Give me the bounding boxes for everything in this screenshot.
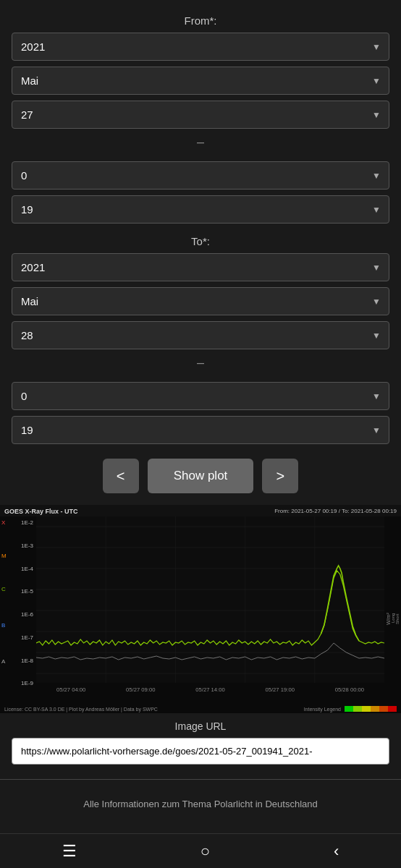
image-url-box[interactable]: https://www.polarlicht-vorhersage.de/goe… — [12, 738, 389, 765]
to-minute-select[interactable]: 0123456789101112131415161718192021222324… — [12, 416, 389, 444]
to-hour-select[interactable]: 01234567891011121314151617181920212223 — [12, 382, 389, 410]
flare-class-labels: X M C B A — [0, 516, 10, 705]
from-separator: – — [12, 135, 389, 150]
y-label-1e-5: 1E-5 — [13, 588, 33, 595]
flare-c-label: C — [1, 586, 9, 592]
chart-footer: License: CC BY-SA 3.0 DE | Plot by Andre… — [0, 705, 401, 713]
from-minute-select[interactable]: 0123456789101112131415161718192021222324… — [12, 195, 389, 224]
from-hour-select[interactable]: 01234567891011121314151617181920212223 — [12, 161, 389, 190]
svg-text:05/28 00:00: 05/28 00:00 — [335, 686, 364, 693]
action-buttons: < Show plot > — [12, 459, 389, 493]
flare-x-label: X — [1, 519, 9, 526]
y-label-1e-3: 1E-3 — [13, 542, 33, 550]
from-minute-wrapper: 0123456789101112131415161718192021222324… — [12, 195, 389, 224]
from-month-select[interactable]: JanFebMärAprMaiJunJulAugSepOktNovDez — [12, 67, 389, 95]
svg-text:05/27 19:00: 05/27 19:00 — [265, 686, 294, 693]
to-minute-wrapper: 0123456789101112131415161718192021222324… — [12, 416, 389, 444]
prev-button[interactable]: < — [103, 459, 139, 493]
to-year-select[interactable]: 20192020202120222023 — [12, 253, 389, 281]
from-year-wrapper: 20192020202120222023 ▼ — [12, 33, 389, 61]
nav-menu-icon[interactable]: ☰ — [48, 836, 91, 867]
show-plot-button[interactable]: Show plot — [148, 459, 254, 493]
nav-home-icon[interactable]: ○ — [186, 836, 224, 867]
to-label: To*: — [12, 235, 389, 247]
flare-b-label: B — [1, 622, 9, 629]
chart-container: GOES X-Ray Flux - UTC From: 2021-05-27 0… — [0, 505, 401, 713]
from-label: From*: — [12, 14, 389, 27]
from-hour-wrapper: 01234567891011121314151617181920212223 ▼ — [12, 161, 389, 190]
y-label-1e-4: 1E-4 — [13, 566, 33, 573]
from-day-select[interactable]: 1234567891011121314151617181920212223242… — [12, 101, 389, 129]
chart-plot-area: X M C B A 1E-2 1E-3 1E-4 1E-5 1E-6 1E-7 … — [0, 516, 401, 705]
right-axis-label: W/m² Long Short — [384, 516, 401, 705]
bottom-nav-bar: ☰ ○ ‹ — [0, 833, 401, 868]
chart-title: GOES X-Ray Flux - UTC — [4, 508, 78, 515]
right-axis-text: W/m² — [386, 613, 391, 626]
y-label-1e-2: 1E-2 — [13, 519, 33, 527]
svg-text:05/27 09:00: 05/27 09:00 — [126, 686, 155, 693]
intensity-legend: Intensity Legend — [304, 706, 397, 712]
to-year-wrapper: 20192020202120222023 ▼ — [12, 253, 389, 281]
footer-description: Alle Informationen zum Thema Polarlicht … — [83, 799, 317, 809]
to-hour-wrapper: 01234567891011121314151617181920212223 ▼ — [12, 382, 389, 410]
footer-divider — [0, 779, 401, 780]
y-label-1e-6: 1E-6 — [13, 611, 33, 618]
svg-text:05/27 14:00: 05/27 14:00 — [195, 686, 224, 693]
to-month-wrapper: JanFebMärAprMaiJunJulAugSepOktNovDez ▼ — [12, 287, 389, 315]
legend-label-text: Intensity Legend — [304, 707, 341, 712]
y-label-1e-7: 1E-7 — [13, 634, 33, 642]
y-axis-labels: 1E-2 1E-3 1E-4 1E-5 1E-6 1E-7 1E-8 1E-9 — [10, 516, 36, 705]
from-month-wrapper: JanFebMärAprMaiJunJulAugSepOktNovDez ▼ — [12, 67, 389, 95]
y-label-1e-9: 1E-9 — [13, 680, 33, 687]
image-url-section: Image URL https://www.polarlicht-vorhers… — [0, 713, 401, 772]
right-axis-short: Short — [395, 614, 400, 624]
chart-svg: 05/27 04:00 05/27 09:00 05/27 14:00 05/2… — [36, 516, 384, 705]
svg-text:05/27 04:00: 05/27 04:00 — [56, 686, 85, 693]
to-separator: – — [12, 355, 389, 370]
y-label-1e-8: 1E-8 — [13, 658, 33, 665]
chart-range: From: 2021-05-27 00:19 / To: 2021-05-28 … — [274, 508, 397, 514]
to-month-select[interactable]: JanFebMärAprMaiJunJulAugSepOktNovDez — [12, 287, 389, 315]
next-button[interactable]: > — [262, 459, 298, 493]
image-url-label: Image URL — [12, 720, 389, 732]
chart-license: License: CC BY-SA 3.0 DE | Plot by Andre… — [4, 707, 158, 712]
nav-back-icon[interactable]: ‹ — [319, 836, 353, 867]
legend-color-bar — [345, 706, 397, 712]
flare-m-label: M — [1, 553, 9, 559]
from-day-wrapper: 1234567891011121314151617181920212223242… — [12, 101, 389, 129]
chart-header: GOES X-Ray Flux - UTC From: 2021-05-27 0… — [0, 505, 401, 516]
to-day-select[interactable]: 1234567891011121314151617181920212223242… — [12, 321, 389, 349]
flare-a-label: A — [1, 658, 9, 665]
from-year-select[interactable]: 20192020202120222023 — [12, 33, 389, 61]
to-day-wrapper: 1234567891011121314151617181920212223242… — [12, 321, 389, 349]
